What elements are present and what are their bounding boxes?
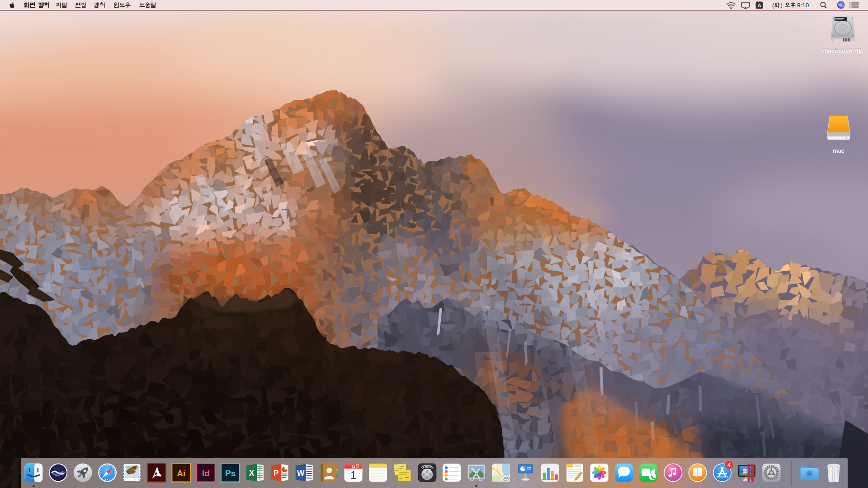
- svg-text:PAGES: PAGES: [566, 465, 573, 467]
- svg-text:P: P: [274, 469, 279, 478]
- svg-text:Ps: Ps: [225, 469, 236, 478]
- svg-text:mac: mac: [833, 147, 844, 154]
- svg-text:DVD: DVD: [423, 465, 431, 469]
- svg-text:(: (: [772, 2, 774, 9]
- svg-text:A: A: [757, 3, 761, 8]
- svg-text:11: 11: [352, 465, 355, 468]
- svg-text:X: X: [249, 469, 255, 478]
- svg-text:Ai: Ai: [177, 469, 185, 478]
- svg-text:4: 4: [727, 462, 731, 468]
- svg-text:Macintosh HD: Macintosh HD: [823, 47, 863, 54]
- svg-text:): ): [781, 2, 783, 9]
- svg-text:9:10: 9:10: [797, 2, 809, 9]
- svg-text:W: W: [297, 469, 305, 478]
- svg-text:Id: Id: [202, 469, 210, 478]
- svg-text:1: 1: [350, 469, 356, 481]
- svg-text:3D: 3D: [504, 476, 508, 479]
